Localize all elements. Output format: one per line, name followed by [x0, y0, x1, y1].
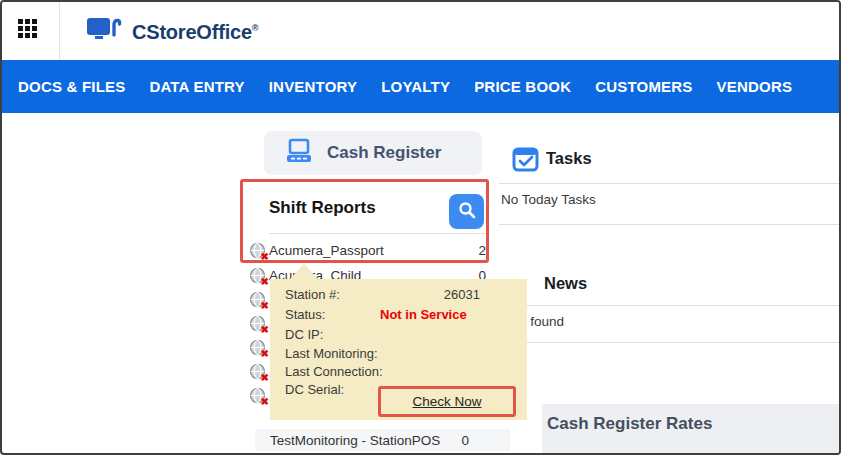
tooltip-field-label: Last Monitoring:: [285, 346, 378, 361]
shift-reports-title: Shift Reports: [269, 198, 376, 218]
check-now-annotation: Check Now: [378, 386, 516, 417]
station-offline-icon: ✖: [249, 339, 266, 356]
nav-vendors[interactable]: VENDORS: [717, 78, 793, 95]
shift-reports-search-button[interactable]: [449, 194, 484, 229]
cstoreoffice-window: CStoreOffice® DOCS & FILES DATA ENTRY IN…: [0, 0, 841, 455]
cstoreoffice-logo-icon: [86, 14, 124, 50]
monitoring-station-label: TestMonitoring - StationPOS: [270, 433, 440, 448]
station-status-tooltip: Station #: 26031 Status: Not in Service …: [270, 279, 527, 420]
tasks-empty-message: No Today Tasks: [501, 192, 596, 207]
check-now-link[interactable]: Check Now: [412, 394, 481, 409]
tooltip-field-label: Last Connection:: [285, 364, 383, 379]
cstoreoffice-logo: CStoreOffice®: [86, 14, 258, 50]
nav-customers[interactable]: CUSTOMERS: [595, 78, 692, 95]
nav-data-entry[interactable]: DATA ENTRY: [149, 78, 244, 95]
tooltip-field-label: Station #:: [285, 287, 340, 302]
station-offline-icon: ✖: [249, 315, 266, 332]
monitoring-station-row[interactable]: TestMonitoring - StationPOS 0: [255, 429, 510, 451]
tasks-divider-bottom: [499, 224, 841, 225]
topbar-divider: [59, 2, 60, 60]
nav-loyalty[interactable]: LOYALTY: [381, 78, 450, 95]
station-offline-icon: ✖: [249, 242, 266, 259]
tooltip-field-label: DC Serial:: [285, 382, 344, 397]
cash-register-icon: [284, 138, 314, 168]
tasks-calendar-icon: [512, 145, 539, 176]
news-divider-top: [527, 305, 841, 306]
tasks-divider-top: [499, 183, 841, 184]
news-divider-bottom: [527, 342, 841, 343]
cash-register-rates-title: Cash Register Rates: [547, 414, 712, 434]
main-nav: DOCS & FILES DATA ENTRY INVENTORY LOYALT…: [2, 60, 839, 113]
station-row-label[interactable]: Acumera_Passport: [269, 243, 384, 258]
monitoring-station-count: 0: [461, 433, 469, 448]
tooltip-field-label: Status:: [285, 307, 325, 322]
news-title: News: [544, 274, 587, 293]
nav-docs-files[interactable]: DOCS & FILES: [18, 78, 125, 95]
tasks-title: Tasks: [546, 149, 592, 168]
tooltip-arrow: [290, 264, 318, 279]
nav-inventory[interactable]: INVENTORY: [269, 78, 357, 95]
tooltip-station-number: 26031: [444, 287, 480, 302]
cash-register-header: Cash Register: [264, 131, 482, 175]
app-menu-icon[interactable]: [18, 19, 42, 43]
station-offline-icon: ✖: [249, 363, 266, 380]
station-offline-icon: ✖: [249, 291, 266, 308]
station-offline-icon: ✖: [249, 267, 266, 284]
logo-title: CStoreOffice®: [132, 21, 258, 44]
top-bar: CStoreOffice®: [2, 2, 839, 60]
tooltip-field-label: DC IP:: [285, 327, 323, 342]
nav-price-book[interactable]: PRICE BOOK: [474, 78, 571, 95]
tooltip-status-value: Not in Service: [380, 307, 467, 322]
station-offline-icon: ✖: [249, 387, 266, 404]
cash-register-title: Cash Register: [327, 143, 441, 163]
search-icon: [458, 201, 476, 223]
logo-trademark: ®: [252, 23, 258, 33]
shift-reports-divider: [269, 233, 488, 234]
station-row-count: 2: [470, 243, 486, 258]
